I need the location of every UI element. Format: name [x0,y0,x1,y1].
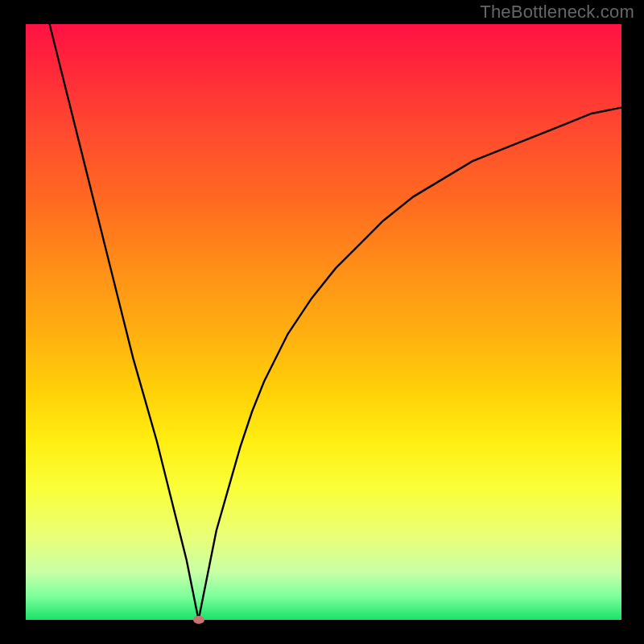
curve-path [50,24,621,620]
bottleneck-curve [26,24,621,620]
chart-container: TheBottleneck.com [0,0,644,644]
plot-area [26,24,621,620]
watermark-text: TheBottleneck.com [480,2,634,23]
optimum-marker [193,616,204,624]
